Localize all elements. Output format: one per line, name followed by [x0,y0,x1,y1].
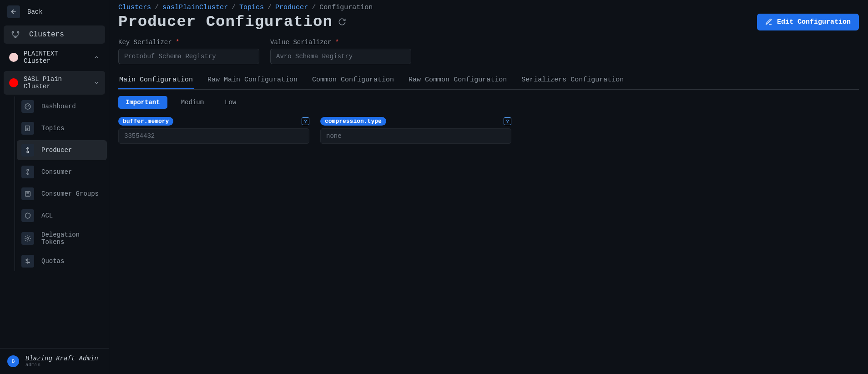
svg-point-5 [27,151,29,153]
tab-serializers-config[interactable]: Serializers Configuration [520,71,625,89]
svg-point-2 [15,36,16,37]
config-buffer-memory: buffer.memory ? [118,117,309,144]
producer-icon [21,144,34,157]
back-arrow-icon [7,5,20,18]
page-title: Producer Configuration [118,13,346,30]
nav-label: Consumer Groups [41,190,99,197]
user-name: Blazing Kraft Admin [25,355,98,362]
sidebar-footer[interactable]: B Blazing Kraft Admin admin [0,348,109,374]
cluster-name: PLAINTEXT Cluster [24,50,88,65]
dashboard-icon [21,100,34,113]
nav-consumer[interactable]: Consumer [17,162,107,182]
nav-label: Quotas [41,258,64,265]
page-title-text: Producer Configuration [118,13,333,30]
crumb-producer[interactable]: Producer [275,4,308,11]
consumer-groups-icon [21,187,34,200]
importance-filters: Important Medium Low [118,96,859,109]
filter-important[interactable]: Important [118,96,167,109]
crumb-cluster-id[interactable]: saslPlainCluster [162,4,228,11]
key-serializer-input[interactable] [118,49,259,64]
tokens-icon [21,232,34,245]
refresh-icon[interactable] [338,18,346,26]
tab-common-config[interactable]: Common Configuration [311,71,395,89]
cluster-name: SASL Plain Cluster [24,76,88,90]
crumb-clusters[interactable]: Clusters [118,4,151,11]
avatar: B [7,355,19,367]
svg-point-6 [27,169,29,171]
value-serializer-label: Value Serializer * [270,39,411,46]
nav-label: Dashboard [41,103,76,110]
edit-configuration-button[interactable]: Edit Configuration [757,14,859,30]
nav-label: ACL [41,212,53,219]
breadcrumb: Clusters / saslPlainCluster / Topics / P… [118,4,859,11]
svg-point-3 [17,31,19,33]
cluster-status-dot [9,53,18,62]
back-label: Back [27,8,43,15]
value-serializer-input[interactable] [270,49,411,64]
nav-acl[interactable]: ACL [17,206,107,226]
nav-label: Topics [41,125,64,132]
config-tabs: Main Configuration Raw Main Configuratio… [118,71,859,90]
config-value-input[interactable] [118,128,309,144]
chevron-down-icon [93,80,100,86]
edit-button-label: Edit Configuration [777,18,851,26]
nav-delegation-tokens[interactable]: Delegation Tokens [17,227,107,249]
quotas-icon [21,255,34,268]
nav-topics[interactable]: Topics [17,118,107,138]
key-serializer-label: Key Serializer * [118,39,259,46]
config-name-badge: compression.type [320,117,386,126]
filter-low[interactable]: Low [217,96,243,109]
svg-point-8 [27,238,29,239]
help-icon[interactable]: ? [302,117,309,125]
clusters-label: Clusters [29,30,64,39]
tab-raw-common-config[interactable]: Raw Common Configuration [408,71,508,89]
chevron-up-icon [93,54,100,61]
pencil-icon [765,18,772,25]
filter-medium[interactable]: Medium [174,96,211,109]
acl-icon [21,209,34,222]
nav-producer[interactable]: Producer [17,140,107,160]
sidebar: Back Clusters PLAINTEXT Cluster SASL Pla… [0,0,109,374]
sidebar-item-clusters[interactable]: Clusters [4,25,105,44]
nav-consumer-groups[interactable]: Consumer Groups [17,184,107,204]
cluster-item-sasl[interactable]: SASL Plain Cluster [4,71,105,95]
crumb-topics[interactable]: Topics [239,4,264,11]
topics-icon [21,122,34,135]
tab-main-config[interactable]: Main Configuration [118,71,194,89]
cluster-item-plaintext[interactable]: PLAINTEXT Cluster [4,45,105,69]
nav-label: Consumer [41,168,72,176]
crumb-sep: / [232,4,236,11]
crumb-current: Configuration [319,4,373,11]
nav-label: Producer [41,147,72,154]
crumb-sep: / [267,4,272,11]
crumb-sep: / [312,4,316,11]
nav-dashboard[interactable]: Dashboard [17,96,107,116]
consumer-icon [21,166,34,178]
nav-quotas[interactable]: Quotas [17,251,107,271]
svg-point-1 [12,31,14,33]
clusters-icon [11,30,20,39]
nav-list: Dashboard Topics Producer Consumer Consu… [15,96,109,271]
main-content: Clusters / saslPlainCluster / Topics / P… [109,0,868,374]
back-button[interactable]: Back [0,0,109,24]
config-compression-type: compression.type ? [320,117,511,144]
config-name-badge: buffer.memory [118,117,173,126]
config-value-input[interactable] [320,128,511,144]
cluster-status-dot [9,78,18,87]
help-icon[interactable]: ? [504,117,511,125]
user-role: admin [25,362,98,368]
nav-label: Delegation Tokens [41,231,102,246]
crumb-sep: / [155,4,159,11]
tab-raw-main-config[interactable]: Raw Main Configuration [207,71,298,89]
